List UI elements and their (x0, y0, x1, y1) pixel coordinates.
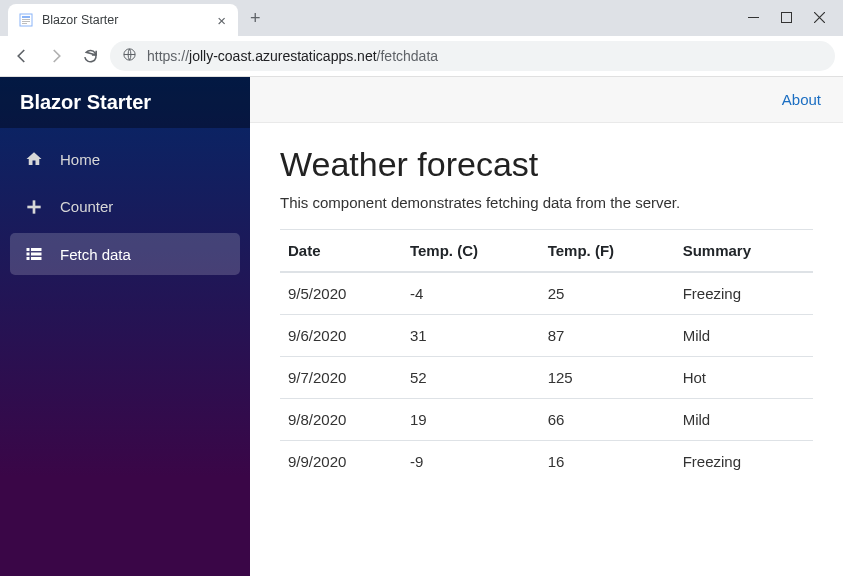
svg-rect-4 (22, 23, 27, 24)
close-icon[interactable] (814, 11, 825, 26)
col-summary: Summary (675, 230, 813, 273)
cell-summary: Mild (675, 315, 813, 357)
col-temp-c: Temp. (C) (402, 230, 540, 273)
table-row: 9/6/2020 31 87 Mild (280, 315, 813, 357)
browser-tab[interactable]: Blazor Starter × (8, 4, 238, 36)
cell-summary: Hot (675, 357, 813, 399)
svg-rect-14 (27, 257, 30, 260)
sidebar: Blazor Starter Home Counter Fetch data (0, 77, 250, 576)
forecast-table: Date Temp. (C) Temp. (F) Summary 9/5/202… (280, 229, 813, 482)
reload-icon[interactable] (76, 42, 104, 70)
svg-rect-9 (27, 205, 40, 208)
back-icon[interactable] (8, 42, 36, 70)
url-scheme: https:// (147, 48, 189, 64)
tab-close-icon[interactable]: × (215, 12, 228, 29)
url-text: https://jolly-coast.azurestaticapps.net/… (147, 48, 438, 64)
svg-rect-13 (31, 253, 42, 256)
window-controls (748, 0, 843, 36)
content: Weather forecast This component demonstr… (250, 123, 843, 504)
cell-temp-c: 52 (402, 357, 540, 399)
forward-icon[interactable] (42, 42, 70, 70)
table-row: 9/5/2020 -4 25 Freezing (280, 272, 813, 315)
browser-chrome: Blazor Starter × + (0, 0, 843, 77)
table-row: 9/7/2020 52 125 Hot (280, 357, 813, 399)
plus-icon (24, 199, 44, 215)
cell-date: 9/6/2020 (280, 315, 402, 357)
svg-rect-2 (22, 19, 30, 20)
cell-temp-c: 19 (402, 399, 540, 441)
url-bar[interactable]: https://jolly-coast.azurestaticapps.net/… (110, 41, 835, 71)
cell-date: 9/5/2020 (280, 272, 402, 315)
cell-summary: Freezing (675, 272, 813, 315)
home-icon (24, 150, 44, 168)
cell-temp-f: 25 (540, 272, 675, 315)
cell-date: 9/8/2020 (280, 399, 402, 441)
list-icon (24, 245, 44, 263)
maximize-icon[interactable] (781, 11, 792, 26)
svg-rect-3 (22, 21, 30, 22)
url-path: /fetchdata (377, 48, 439, 64)
sidebar-item-label: Fetch data (60, 246, 131, 263)
about-link[interactable]: About (782, 91, 821, 108)
cell-date: 9/7/2020 (280, 357, 402, 399)
minimize-icon[interactable] (748, 11, 759, 26)
sidebar-item-label: Counter (60, 198, 113, 215)
cell-temp-f: 16 (540, 441, 675, 483)
sidebar-item-home[interactable]: Home (10, 138, 240, 180)
cell-date: 9/9/2020 (280, 441, 402, 483)
sidebar-item-counter[interactable]: Counter (10, 186, 240, 227)
svg-rect-6 (782, 12, 792, 22)
svg-rect-5 (748, 17, 759, 18)
svg-rect-15 (31, 257, 42, 260)
col-date: Date (280, 230, 402, 273)
svg-rect-12 (27, 253, 30, 256)
page-title: Weather forecast (280, 145, 813, 184)
cell-temp-f: 87 (540, 315, 675, 357)
svg-rect-1 (22, 16, 30, 18)
svg-rect-11 (31, 248, 42, 251)
new-tab-icon[interactable]: + (238, 8, 273, 29)
svg-rect-10 (27, 248, 30, 251)
tab-bar: Blazor Starter × + (0, 0, 843, 36)
cell-temp-f: 66 (540, 399, 675, 441)
topbar: About (250, 77, 843, 123)
page-subtitle: This component demonstrates fetching dat… (280, 194, 813, 211)
tab-favicon-icon (18, 12, 34, 28)
sidebar-item-fetch-data[interactable]: Fetch data (10, 233, 240, 275)
cell-summary: Freezing (675, 441, 813, 483)
sidebar-item-label: Home (60, 151, 100, 168)
cell-temp-c: -4 (402, 272, 540, 315)
sidebar-nav: Home Counter Fetch data (0, 128, 250, 285)
cell-temp-c: 31 (402, 315, 540, 357)
cell-temp-f: 125 (540, 357, 675, 399)
globe-icon (122, 47, 137, 65)
app: Blazor Starter Home Counter Fetch data (0, 77, 843, 576)
browser-nav-bar: https://jolly-coast.azurestaticapps.net/… (0, 36, 843, 76)
col-temp-f: Temp. (F) (540, 230, 675, 273)
cell-summary: Mild (675, 399, 813, 441)
brand-title[interactable]: Blazor Starter (0, 77, 250, 128)
cell-temp-c: -9 (402, 441, 540, 483)
tab-title: Blazor Starter (42, 13, 215, 27)
table-header-row: Date Temp. (C) Temp. (F) Summary (280, 230, 813, 273)
url-host: jolly-coast.azurestaticapps.net (189, 48, 377, 64)
main: About Weather forecast This component de… (250, 77, 843, 576)
table-row: 9/8/2020 19 66 Mild (280, 399, 813, 441)
table-row: 9/9/2020 -9 16 Freezing (280, 441, 813, 483)
